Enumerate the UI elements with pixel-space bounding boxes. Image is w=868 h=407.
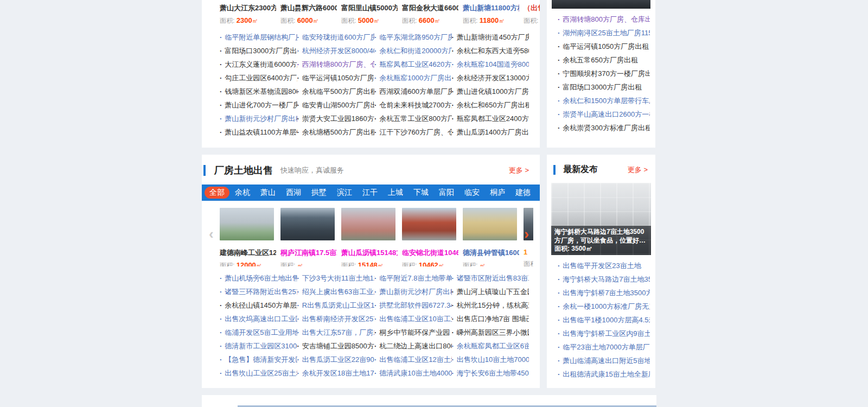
rent-link[interactable]: 余杭仁和街道20000方厂房... [374,47,452,55]
sale-link[interactable]: R出售瓜沥党山工业区14亩... [297,301,375,309]
rent-link[interactable]: 萧山新塘街道450方厂房出租 [452,33,529,41]
rent-link[interactable]: 西湖双浦600方单层厂房出租 [374,87,452,96]
listing-card-title[interactable]: （出售） [524,3,540,13]
rent-link[interactable]: 萧山进化镇1000方厂房、5... [452,87,529,96]
sale-link[interactable]: 出售临浦工业区12亩土地80... [374,355,452,364]
rent-link[interactable]: 临平运河镇1050方厂房出租 [297,74,375,82]
rent-link[interactable]: 余杭经济开发区13000方全... [452,74,529,82]
rent-link[interactable]: 勾庄工业园区6400方厂房出租 [220,74,297,82]
sale-card[interactable]: 临安锦北街道10462... 面积: 10462㎡ [402,208,458,266]
sale-link[interactable]: 杭州北15分钟，练杭高速口... [452,301,529,309]
rent-link[interactable]: 大江东义蓬街道6000方厂房... [220,60,297,68]
sale-card-title[interactable]: 1 [524,248,533,256]
sale-link[interactable]: 出售瓜沥工业区22亩9000... [297,355,375,364]
district-tab[interactable]: 拱墅 [307,187,331,199]
rent-link[interactable]: 临安青山湖500方厂房出租 [297,101,375,109]
rent-link[interactable]: 余杭仁和650方厂房出租 [452,101,529,109]
sale-link[interactable]: 桐乡中节能环保产业园 独立... [374,328,452,336]
sale-link[interactable]: 余杭径山镇1450方单层厂房... [220,301,297,309]
sale-link[interactable]: 出售桥南经济开发区25亩工... [297,315,375,323]
sale-link[interactable]: 杭二绕边上高速出口800米 ... [374,342,452,350]
rent-link[interactable]: 瓶窑凤都工业区4620方厂房... [374,60,452,68]
sidebar-rent-link[interactable]: 湖州南浔区25亩土地厂房11500方... [558,29,650,37]
rent-link[interactable]: 萧山瓜沥1400方厂房出租 [452,128,529,136]
sale-link[interactable]: 出售坎山10亩土地7000方 [452,355,529,364]
district-tab[interactable]: 下城 [409,187,433,199]
sale-link[interactable]: 出售坎山工业区25亩土地20... [220,369,297,377]
sale-link[interactable]: 萧山河上镇璇山下五金园区1... [452,288,529,296]
listing-card-title[interactable]: 富阳金秋大道6600方... [402,3,458,13]
sale-link[interactable]: 德清新市工业园区31000方... [220,342,297,350]
sale-link[interactable]: 临浦开发区5亩工业用地厂房... [220,328,297,336]
district-tab[interactable]: 全部 [205,187,229,199]
district-tab[interactable]: 余杭 [230,187,255,199]
latest-more-link[interactable]: 更多 > [628,165,648,175]
listing-card-title[interactable]: 萧山大江东2300方厂... [220,3,276,13]
sale-link[interactable]: 下沙3号大街11亩土地1200... [297,274,375,282]
rent-link[interactable]: 崇贤大安工业园1860方厂房... [297,115,375,123]
rent-link[interactable]: 临安玲珑街道600方厂房出租 [297,33,375,41]
sale-link[interactable]: 海宁长安6亩土地带4500方... [452,369,529,377]
sale-card-title[interactable]: 萧山瓜沥镇15148方... [341,248,398,258]
latest-link[interactable]: 出售临平开发区23亩土地 [558,262,641,270]
rent-link[interactable]: 仓前未来科技城2700方厂房... [374,101,452,109]
rent-link[interactable]: 江干下沙760方厂房、仓库... [374,128,452,136]
sidebar-rent-link[interactable]: 临平运河镇1050方厂房出租 [558,42,649,50]
district-tab[interactable]: 江干 [358,187,382,199]
rent-link[interactable]: 杭州经济开发区8000/4000... [297,47,375,55]
sale-link[interactable]: 嵊州高新园区三界小微园厂... [452,328,529,336]
sale-link[interactable]: 余杭瓶窑凤都工业区6亩土地... [452,342,529,350]
district-tab[interactable]: 德清 [536,187,540,199]
rent-link[interactable]: 钱塘新区米基物流园800方... [220,87,297,96]
rent-link[interactable]: 萧山进化700方一楼厂房出租 [220,101,297,109]
rent-link[interactable]: 余杭临平500方厂房出租 [297,87,375,96]
sale-link[interactable]: 出售大江东57亩，厂房250... [297,328,375,336]
sidebar-rent-link[interactable]: 富阳场口3000方厂房出租 [558,83,642,91]
rent-link[interactable]: 萧山益农镇1100方单层钢架... [220,128,297,136]
sale-card-title[interactable]: 建德南峰工业区1200... [220,248,276,258]
sale-link[interactable]: 诸暨市区附近出售83亩工业... [452,274,529,282]
district-tab[interactable]: 桐庐 [485,187,510,199]
sale-link[interactable]: 萧山机场旁6亩土地出售 [220,274,297,282]
sale-card-title[interactable]: 桐庐江南镇17.5亩工... [280,248,337,258]
sale-link[interactable]: 余杭开发区18亩土地17300... [297,369,375,377]
rent-link[interactable]: 余杭塘栖500方厂房出租 [297,128,375,136]
sale-link[interactable]: 拱墅北部软件园6727.34方... [374,301,452,309]
sale-link[interactable]: 【急售】德清新安开发区29... [220,355,297,364]
district-tab[interactable]: 西湖 [281,187,306,199]
district-tab[interactable]: 富阳 [434,187,459,199]
latest-link[interactable]: 出售海宁斜桥工业区内9亩土地3600... [558,329,650,338]
rent-link[interactable]: 西湖转塘800方厂房、仓库... [297,60,375,68]
listing-card-title[interactable]: 萧山新塘11800方标... [463,3,519,13]
rent-link[interactable]: 富阳场口3000方厂房出租 [220,47,297,55]
sale-link[interactable]: 安吉塘铺工业园8500方多层... [297,342,375,350]
sidebar-rent-link[interactable]: 余杭崇贤300方标准厂房出租 [558,124,650,132]
sale-card-title[interactable]: 临安锦北街道10462... [402,248,458,258]
district-tab[interactable]: 萧山 [256,187,280,199]
latest-link[interactable]: 萧山临浦高速出口附近5亩地5000方... [558,357,650,365]
rent-link[interactable]: 余杭五常工业区800方厂房... [374,115,452,123]
sale-link[interactable]: 绍兴上虞出售63亩工业用地... [297,288,375,296]
sidebar-rent-link[interactable]: 宁围顺坝村370方一楼厂房出租 [558,69,650,78]
sidebar-rent-link[interactable]: 余杭仁和1500方单层带行车厂房出租 [558,97,650,105]
sale-card[interactable]: 桐庐江南镇17.5亩工... 面积: ㎡ [280,208,337,266]
sale-link[interactable]: 德清武康10亩土地4000平... [374,369,452,377]
district-tab[interactable]: 临安 [459,187,484,199]
latest-link[interactable]: 海宁斜桥大马路边7亩土地3500方厂... [558,275,650,283]
rent-link[interactable]: 余杭瓶窑104国道旁800方... [452,60,529,68]
listing-card-title[interactable]: 富阳里山镇5000方厂... [341,3,398,13]
sale-more-link[interactable]: 更多 > [509,166,529,175]
carousel-next-icon[interactable]: › [524,227,529,241]
latest-link[interactable]: 余杭一楼1000方标准厂房无产业限... [558,302,650,310]
sale-link[interactable]: 出售店口净地7亩 围墙己打好 [452,315,529,323]
rent-link[interactable]: 余杭仁和东西大道旁580方... [452,47,529,55]
rent-link[interactable]: 临平附近单层钢结构厂房出租 [220,33,297,41]
sidebar-rent-link[interactable]: 西湖转塘800方厂房、仓库出租 [558,15,650,23]
sale-link[interactable]: 出售次坞高速出口工业区18... [220,315,297,323]
sale-link[interactable]: 出售临浦工业区10亩工业用地 [374,315,452,323]
sale-link[interactable]: 萧山新街元沙村厂房出租出售 [374,288,452,296]
sale-card-title[interactable]: 德清县钟管镇16000... [463,248,519,258]
listing-card-title[interactable]: 萧山昙辉六路6000方... [280,3,337,13]
sale-card[interactable]: 德清县钟管镇16000... 面积: ㎡ [463,208,519,266]
rent-link[interactable]: 余杭瓶窑1000方厂房出租 [374,74,452,82]
